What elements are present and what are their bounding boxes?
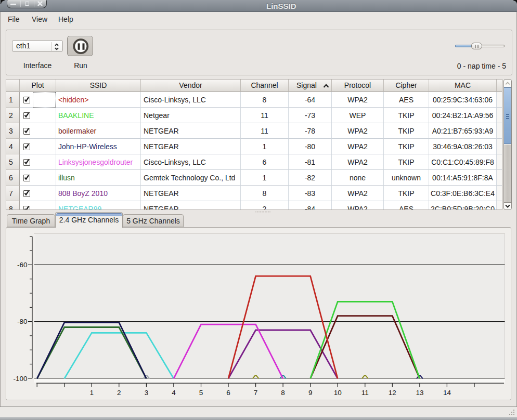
svg-text:13: 13 (416, 389, 423, 397)
svg-text:2: 2 (117, 389, 121, 397)
svg-text:9: 9 (308, 389, 313, 397)
svg-text:7: 7 (254, 389, 258, 397)
svg-text:-80: -80 (17, 318, 28, 325)
svg-text:1: 1 (90, 389, 94, 397)
svg-text:12: 12 (389, 389, 396, 397)
svg-text:10: 10 (334, 389, 342, 397)
svg-text:-60: -60 (17, 261, 28, 269)
svg-text:14: 14 (443, 389, 451, 397)
svg-text:8: 8 (281, 389, 285, 397)
svg-text:3: 3 (145, 389, 149, 397)
svg-text:11: 11 (361, 389, 369, 397)
svg-text:5: 5 (199, 389, 203, 397)
svg-text:4: 4 (172, 389, 176, 397)
svg-text:6: 6 (226, 389, 230, 397)
svg-text:-100: -100 (13, 375, 27, 383)
